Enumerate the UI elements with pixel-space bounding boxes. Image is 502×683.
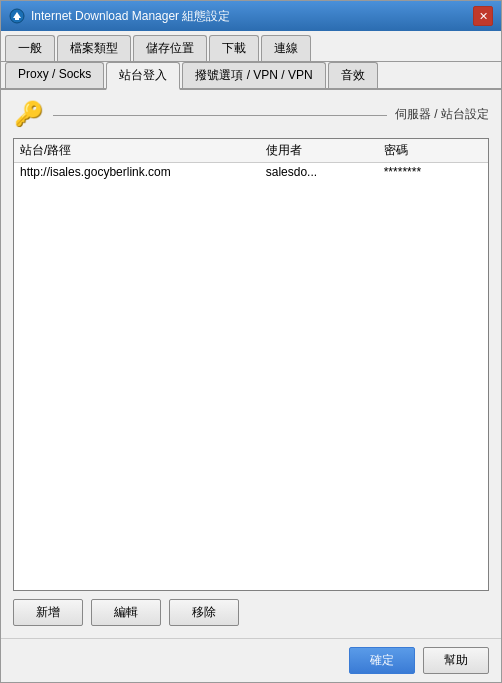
tab-proxy-socks[interactable]: Proxy / Socks (5, 62, 104, 88)
action-buttons: 新增 編輯 移除 (13, 591, 489, 630)
tab-connection[interactable]: 連線 (261, 35, 311, 61)
tab-row-1: 一般 檔案類型 儲存位置 下載 連線 (1, 31, 501, 62)
bottom-bar: 確定 幫助 (1, 638, 501, 682)
title-bar-left: Internet Download Manager 組態設定 (9, 8, 230, 25)
tab-general[interactable]: 一般 (5, 35, 55, 61)
tab-site-login[interactable]: 站台登入 (106, 62, 180, 90)
col-header-pass: 密碼 (384, 142, 482, 159)
table-header: 站台/路徑 使用者 密碼 (14, 139, 488, 163)
tab-save-location[interactable]: 儲存位置 (133, 35, 207, 61)
help-button[interactable]: 幫助 (423, 647, 489, 674)
header-row: 🔑 伺服器 / 站台設定 (13, 98, 489, 130)
server-label: 伺服器 / 站台設定 (395, 106, 489, 123)
key-icon: 🔑 (13, 98, 45, 130)
divider (53, 115, 387, 116)
title-text: Internet Download Manager 組態設定 (31, 8, 230, 25)
content-area: 🔑 伺服器 / 站台設定 站台/路徑 使用者 密碼 http://isales.… (1, 90, 501, 638)
add-button[interactable]: 新增 (13, 599, 83, 626)
tab-vpn[interactable]: 撥號選項 / VPN / VPN (182, 62, 325, 88)
confirm-button[interactable]: 確定 (349, 647, 415, 674)
site-table: 站台/路徑 使用者 密碼 http://isales.gocyberlink.c… (13, 138, 489, 591)
col-header-site: 站台/路徑 (20, 142, 266, 159)
cell-user: salesdo... (266, 165, 384, 179)
tab-download[interactable]: 下載 (209, 35, 259, 61)
svg-rect-1 (15, 18, 19, 20)
tab-row-2: Proxy / Socks 站台登入 撥號選項 / VPN / VPN 音效 (1, 62, 501, 90)
cell-site: http://isales.gocyberlink.com (20, 165, 266, 179)
col-header-user: 使用者 (266, 142, 384, 159)
tab-file-types[interactable]: 檔案類型 (57, 35, 131, 61)
tab-sound[interactable]: 音效 (328, 62, 378, 88)
title-bar: Internet Download Manager 組態設定 ✕ (1, 1, 501, 31)
close-button[interactable]: ✕ (473, 6, 493, 26)
main-window: Internet Download Manager 組態設定 ✕ 一般 檔案類型… (0, 0, 502, 683)
remove-button[interactable]: 移除 (169, 599, 239, 626)
table-body: http://isales.gocyberlink.com salesdo...… (14, 163, 488, 590)
cell-pass: ******** (384, 165, 482, 179)
table-row[interactable]: http://isales.gocyberlink.com salesdo...… (14, 163, 488, 181)
app-icon (9, 8, 25, 24)
edit-button[interactable]: 編輯 (91, 599, 161, 626)
